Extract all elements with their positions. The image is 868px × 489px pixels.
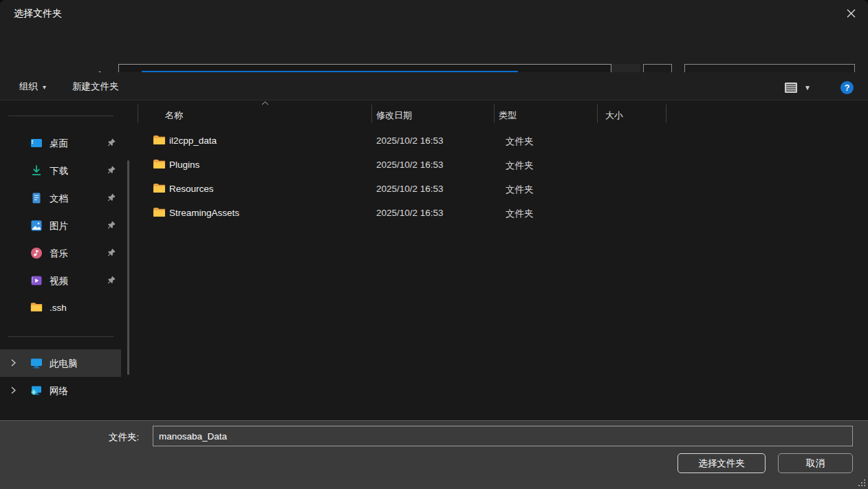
file-name: Plugins <box>169 160 199 170</box>
file-name: StreamingAssets <box>169 208 239 218</box>
column-header-date[interactable]: 修改日期 <box>376 109 412 122</box>
cancel-button[interactable]: 取消 <box>778 453 853 473</box>
sidebar-item-desktop[interactable]: 桌面 <box>0 129 121 157</box>
pin-icon <box>107 221 116 229</box>
column-headers: 名称 修改日期 类型 大小 <box>138 100 868 127</box>
sidebar-item-label: 此电脑 <box>50 358 78 370</box>
details-view-icon <box>784 82 798 94</box>
help-icon: ? <box>845 83 850 93</box>
new-folder-label: 新建文件夹 <box>72 81 119 91</box>
select-folder-dialog: 选择文件夹 C:\Program Files (x86)\Steam\steam… <box>0 0 868 489</box>
sidebar-separator <box>8 116 113 116</box>
help-button[interactable]: ? <box>840 81 854 94</box>
network-icon <box>30 384 43 397</box>
file-type: 文件夹 <box>506 160 534 172</box>
file-type: 文件夹 <box>506 208 534 220</box>
sidebar-item-label: .ssh <box>50 303 67 313</box>
dialog-footer: 文件夹: 选择文件夹 取消 <box>0 420 868 489</box>
file-row-streamingassets[interactable]: StreamingAssets 2025/10/2 16:53 文件夹 <box>138 202 862 226</box>
sidebar-item-label: 图片 <box>50 220 68 232</box>
folder-icon <box>153 183 166 193</box>
column-header-type[interactable]: 类型 <box>499 109 517 122</box>
navigation-bar: C:\Program Files (x86)\Steam\steamapps\c… <box>0 28 868 72</box>
sidebar-item-downloads[interactable]: 下载 <box>0 157 121 184</box>
chevron-right-icon[interactable] <box>10 387 17 394</box>
organize-menu-button[interactable]: 组织▾ <box>19 80 46 93</box>
column-divider[interactable] <box>494 105 495 123</box>
file-type: 文件夹 <box>506 184 534 196</box>
caret-down-icon: ▾ <box>43 83 46 91</box>
sidebar-separator <box>8 336 113 337</box>
pin-icon <box>107 138 116 146</box>
folder-name-input[interactable] <box>153 426 853 446</box>
pictures-icon <box>30 219 43 232</box>
file-row-resources[interactable]: Resources 2025/10/2 16:53 文件夹 <box>138 177 862 202</box>
sidebar-item-label: 文档 <box>50 193 68 205</box>
pin-icon <box>107 166 116 174</box>
file-date: 2025/10/2 16:53 <box>376 208 444 218</box>
pin-icon <box>107 276 116 284</box>
column-divider[interactable] <box>666 105 666 123</box>
column-divider[interactable] <box>371 105 372 123</box>
folder-name-label: 文件夹: <box>109 431 139 444</box>
command-bar: 组织▾ 新建文件夹 ▼ ? <box>0 72 868 100</box>
change-view-button[interactable]: ▼ <box>784 79 823 96</box>
sidebar-item-videos[interactable]: 视频 <box>0 267 121 294</box>
documents-icon <box>30 192 43 204</box>
sidebar-item-network[interactable]: 网络 <box>0 377 121 404</box>
sort-ascending-icon <box>261 101 269 105</box>
column-header-name[interactable]: 名称 <box>165 109 183 122</box>
pin-icon <box>107 248 116 257</box>
folder-icon <box>153 207 166 217</box>
sidebar-item-pictures[interactable]: 图片 <box>0 212 121 239</box>
file-date: 2025/10/2 16:53 <box>376 184 444 194</box>
column-divider[interactable] <box>138 105 138 123</box>
file-date: 2025/10/2 16:53 <box>376 135 444 146</box>
column-header-size[interactable]: 大小 <box>605 109 623 122</box>
chevron-right-icon[interactable] <box>10 359 17 367</box>
desktop-icon <box>30 137 43 149</box>
folder-icon <box>30 302 43 314</box>
select-folder-button[interactable]: 选择文件夹 <box>677 453 766 473</box>
close-icon <box>847 9 856 18</box>
resize-grip[interactable] <box>858 479 866 487</box>
folder-icon <box>153 159 166 169</box>
sidebar-item-label: 下载 <box>50 165 68 177</box>
sidebar-item-label: 视频 <box>50 275 68 287</box>
sidebar-item-music[interactable]: 音乐 <box>0 239 121 267</box>
caret-down-icon: ▼ <box>804 84 811 91</box>
title-bar: 选择文件夹 <box>0 0 868 28</box>
file-type: 文件夹 <box>506 135 534 148</box>
sidebar-scrollbar[interactable] <box>127 160 129 375</box>
new-folder-button[interactable]: 新建文件夹 <box>72 80 119 93</box>
sidebar-item-label: 音乐 <box>50 248 68 260</box>
file-name: Resources <box>169 184 214 194</box>
downloads-icon <box>30 164 43 177</box>
file-date: 2025/10/2 16:53 <box>376 160 444 170</box>
close-button[interactable] <box>835 1 867 25</box>
navigation-pane: 桌面 下载 文档 图片 音乐 <box>0 100 138 420</box>
pin-icon <box>107 193 116 202</box>
organize-label: 组织 <box>19 81 38 91</box>
sidebar-item-label: 桌面 <box>50 138 68 150</box>
sidebar-item-this-pc[interactable]: 此电脑 <box>0 349 121 377</box>
file-row-il2cpp-data[interactable]: il2cpp_data 2025/10/2 16:53 文件夹 <box>138 129 862 153</box>
file-row-plugins[interactable]: Plugins 2025/10/2 16:53 文件夹 <box>138 153 862 177</box>
file-name: il2cpp_data <box>169 135 217 146</box>
dialog-title: 选择文件夹 <box>14 8 62 20</box>
this-pc-icon <box>30 357 43 369</box>
sidebar-item-documents[interactable]: 文档 <box>0 184 121 212</box>
sidebar-item-label: 网络 <box>50 385 68 398</box>
folder-icon <box>153 135 166 145</box>
music-icon <box>30 247 43 259</box>
main-content: 桌面 下载 文档 图片 音乐 <box>0 100 868 420</box>
videos-icon <box>30 274 43 287</box>
column-divider[interactable] <box>597 105 598 123</box>
sidebar-item-ssh[interactable]: .ssh <box>0 294 121 322</box>
file-list: 名称 修改日期 类型 大小 il2cpp_data 2025/10/2 16:5… <box>138 100 868 420</box>
